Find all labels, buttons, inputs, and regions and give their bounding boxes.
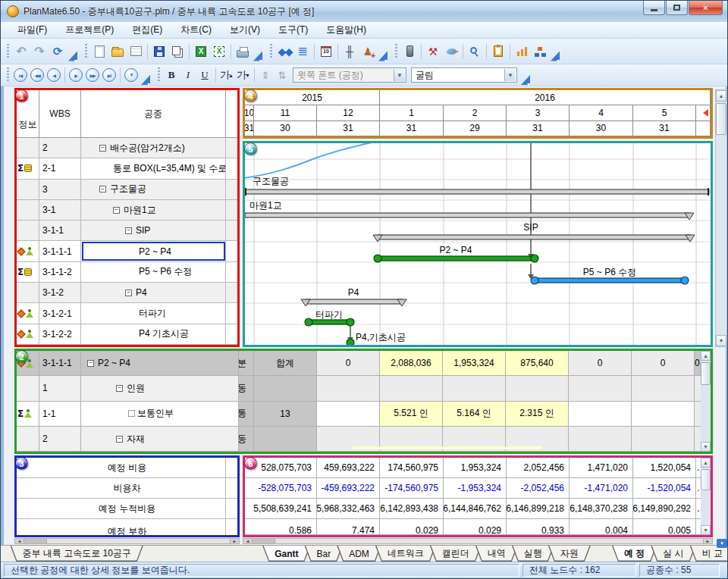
work-column-header[interactable]: 공종: [81, 90, 226, 137]
wbs-row[interactable]: 3-1-1−SIP: [17, 221, 237, 241]
toolbar-overflow-icon[interactable]: [141, 65, 150, 85]
minimize-button[interactable]: [643, 1, 665, 15]
collapse-icon[interactable]: −: [116, 385, 123, 392]
wbs-row[interactable]: 3−구조물공: [17, 180, 237, 200]
clipboard-icon[interactable]: [490, 43, 507, 60]
nav-fast-next-icon[interactable]: ▶▶: [86, 68, 99, 82]
open-file-icon[interactable]: [109, 43, 126, 60]
task-end-node[interactable]: [531, 255, 538, 262]
menu-item-v[interactable]: 보기(V): [221, 21, 269, 39]
maximize-button[interactable]: [666, 1, 688, 15]
resource-row[interactable]: 1−인원이동: [17, 376, 711, 401]
view-tab-네트워크[interactable]: 네트워크: [375, 546, 436, 562]
excel-import-icon[interactable]: X: [211, 43, 228, 60]
toolbar-drag-handle[interactable]: [270, 44, 272, 59]
collapse-icon[interactable]: −: [113, 207, 120, 214]
menu-item-t[interactable]: 도구(T): [269, 21, 317, 39]
scroll-left-icon[interactable]: ◀: [243, 539, 253, 543]
cost-value-row[interactable]: -528,075,703-459,693,222-174,560,975-1,9…: [245, 478, 711, 499]
nav-fast-prev-icon[interactable]: ◀◀: [30, 68, 44, 82]
work-name-cell[interactable]: −SIP: [81, 221, 226, 240]
work-name-cell[interactable]: −마원1교: [81, 200, 226, 220]
resource-name-cell[interactable]: −P2 ~ P4: [81, 351, 239, 375]
toolbar-overflow-icon[interactable]: [521, 65, 530, 85]
collapse-icon[interactable]: −: [116, 436, 123, 443]
scroll-down-icon[interactable]: ▼: [716, 335, 726, 346]
toolbar-drag-handle[interactable]: [158, 67, 160, 83]
view-tab-gantt[interactable]: Gantt: [262, 546, 310, 562]
nav-first-icon[interactable]: I◀: [14, 68, 27, 82]
search-icon[interactable]: [466, 43, 483, 60]
wbs-row[interactable]: 3-1-2-1터파기: [17, 303, 237, 324]
toolbar-overflow-icon[interactable]: [378, 42, 388, 61]
bird-icon[interactable]: [443, 43, 460, 60]
device-icon[interactable]: [401, 43, 418, 60]
font-name-select[interactable]: 굴림▼: [411, 67, 517, 83]
scroll-right-icon[interactable]: ▶: [230, 539, 239, 543]
collapse-icon[interactable]: −: [125, 227, 132, 234]
font-larger-button[interactable]: 가▲: [219, 67, 234, 83]
wbs-row[interactable]: 2−배수공(암거2개소): [17, 138, 237, 158]
wbs-row[interactable]: 3-1-1-1P2 ~ P4: [17, 241, 237, 261]
refresh-view-icon[interactable]: ⟳: [49, 43, 66, 60]
resource-name-cell[interactable]: 보통인부: [81, 402, 239, 426]
font-scope-select[interactable]: 윗쪽 폰트 (공정)▼: [293, 67, 406, 83]
bold-button[interactable]: B: [164, 67, 179, 83]
org-chart-icon[interactable]: [532, 43, 548, 60]
toolbar-drag-handle[interactable]: [7, 44, 9, 59]
resource-name-cell[interactable]: −인원: [81, 376, 239, 400]
wbs-column-header[interactable]: WBS: [39, 90, 81, 137]
cost-value-row[interactable]: 528,075,703459,693,222174,560,9751,953,3…: [245, 458, 711, 478]
task-bar[interactable]: [378, 256, 535, 261]
task-end-node[interactable]: [681, 277, 689, 284]
summary-bar[interactable]: [245, 213, 689, 218]
filter-list-icon[interactable]: ≣: [294, 43, 311, 60]
italic-button[interactable]: I: [180, 67, 196, 83]
add-resource-icon[interactable]: ♟: [359, 43, 376, 60]
work-name-cell[interactable]: 터파기: [81, 303, 226, 323]
scrollbar-thumb[interactable]: [701, 469, 711, 490]
wbs-row[interactable]: Σ2-1통로 BOX(L=35,4M) 및 수로: [17, 158, 237, 179]
scroll-up-icon[interactable]: ▲: [701, 458, 711, 468]
resource-bar-icon[interactable]: ╫: [341, 43, 358, 60]
cost-label-row[interactable]: 비용차: [17, 478, 237, 499]
view-tab-자원[interactable]: 자원: [548, 546, 591, 562]
menu-item-c[interactable]: 차트(C): [171, 21, 221, 39]
collapse-icon[interactable]: −: [125, 290, 132, 296]
menu-item-e[interactable]: 편집(E): [123, 21, 171, 39]
cost-label-row[interactable]: 예정 부하: [17, 519, 237, 537]
redo-icon[interactable]: ↷: [31, 43, 48, 60]
task-start-node[interactable]: [374, 255, 381, 262]
new-document-icon[interactable]: [91, 43, 108, 60]
histogram-icon[interactable]: [513, 43, 530, 60]
work-name-cell[interactable]: P5 ~ P6 수정: [81, 262, 226, 282]
cost-vertical-scrollbar[interactable]: ▲ ▼: [701, 458, 711, 535]
scroll-up-icon[interactable]: ▲: [716, 90, 726, 102]
wbs-row[interactable]: 3-1−마원1교: [17, 200, 237, 221]
work-name-cell[interactable]: −구조물공: [81, 180, 226, 199]
resource-row[interactable]: Σ1-1보통인부보통135.521 인5.164 인2.315 인: [17, 402, 711, 427]
scrollbar-thumb[interactable]: [716, 103, 726, 135]
wbs-row[interactable]: Σ3-1-1-2P5 ~ P6 수정: [17, 262, 237, 283]
copy-sheet-icon[interactable]: [169, 43, 186, 60]
nav-last-icon[interactable]: ▶I: [102, 68, 116, 82]
summary-bar[interactable]: [306, 299, 402, 304]
wbs-row[interactable]: 3-1-2−P4: [17, 283, 237, 303]
wbs-row[interactable]: 3-1-2-2P4 기초시공: [17, 324, 237, 345]
resource-name-cell[interactable]: −자재: [81, 427, 239, 451]
scrollbar-thumb[interactable]: [24, 539, 47, 543]
project-table-icon[interactable]: [127, 43, 144, 60]
nav-next-icon[interactable]: ▶: [69, 68, 83, 82]
work-name-cell[interactable]: −P4: [81, 283, 226, 302]
document-tab[interactable]: 중부 내륙 고속도로 10공구: [11, 546, 143, 562]
work-name-cell[interactable]: P2 ~ P4: [81, 241, 226, 261]
scroll-up-icon[interactable]: ▲: [701, 351, 711, 361]
summary-bar[interactable]: [245, 189, 709, 194]
resource-vertical-scrollbar[interactable]: ▲ ▼: [701, 351, 711, 452]
menu-item-p[interactable]: 프로젝트(P): [56, 21, 123, 39]
gantt-vertical-scrollbar[interactable]: ▲ ▼: [715, 89, 727, 347]
nav-prev-icon[interactable]: ◀: [47, 68, 61, 82]
save-icon[interactable]: [151, 43, 168, 60]
checkbox-icon[interactable]: [128, 410, 135, 417]
cost-value-row[interactable]: 5,508,639,2415,968,332,4636,142,893,4386…: [245, 499, 711, 519]
